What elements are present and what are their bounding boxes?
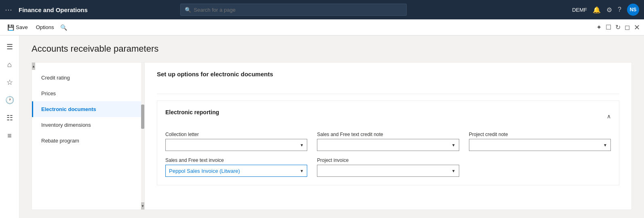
- nav-item-credit-rating[interactable]: Credit rating: [32, 70, 144, 86]
- page-title: Accounts receivable parameters: [32, 44, 632, 54]
- toolbar-right: ✦ ☐ ↻ ◻ ✕: [596, 23, 640, 32]
- environment-label: DEMF: [572, 7, 587, 13]
- rail-home-icon[interactable]: ⌂: [2, 57, 17, 72]
- section-header: Set up options for electronic documents: [157, 71, 619, 86]
- rail-recent-icon[interactable]: 🕐: [2, 93, 17, 107]
- rail-favorites-icon[interactable]: ☆: [2, 75, 17, 90]
- form-group-sales-invoice: Sales and Free text invoice Peppol Sales…: [165, 157, 307, 177]
- project-invoice-label: Project invoice: [317, 157, 459, 163]
- reporting-section-header: Electronic reporting ∧: [165, 109, 611, 124]
- search-bar[interactable]: 🔍: [180, 4, 407, 16]
- sales-invoice-value: Peppol Sales Invoice (Litware): [169, 168, 298, 174]
- rail-modules-icon[interactable]: ≡: [2, 128, 17, 143]
- options-button[interactable]: Options: [33, 23, 57, 32]
- sales-credit-note-label: Sales and Free text credit note: [317, 132, 459, 137]
- grid-icon[interactable]: ⋯: [5, 5, 12, 14]
- open-new-icon[interactable]: ☐: [606, 23, 611, 31]
- scroll-track: [141, 63, 144, 202]
- nav-item-inventory-dimensions[interactable]: Inventory dimensions: [32, 117, 144, 133]
- sales-invoice-select[interactable]: Peppol Sales Invoice (Litware) ▼: [165, 165, 307, 177]
- search-icon: 🔍: [185, 7, 191, 13]
- nav-item-rebate-program[interactable]: Rebate program: [32, 133, 144, 149]
- save-icon: 💾: [7, 24, 14, 31]
- avatar[interactable]: NS: [627, 4, 639, 16]
- collection-letter-label: Collection letter: [165, 132, 307, 137]
- top-navigation: ⋯ Finance and Operations 🔍 DEMF 🔔 ⚙ ? NS: [0, 0, 644, 19]
- help-icon[interactable]: ?: [618, 6, 621, 13]
- main-layout: ☰ ⌂ ☆ 🕐 ☷ ≡ Accounts receivable paramete…: [0, 36, 644, 218]
- form-grid: Collection letter ▼ Sales and Free text …: [165, 132, 611, 177]
- toolbar-search-icon[interactable]: 🔍: [60, 24, 67, 31]
- app-title: Finance and Operations: [19, 6, 88, 13]
- reporting-section: Electronic reporting ∧ Collection letter…: [157, 101, 619, 185]
- save-label: Save: [16, 24, 28, 30]
- refresh-icon[interactable]: ↻: [615, 23, 621, 31]
- left-nav-panel: ▲ Credit rating Prices Electronic docume…: [32, 62, 145, 210]
- section-divider: [157, 94, 619, 94]
- project-credit-note-chevron-icon: ▼: [603, 143, 607, 147]
- sales-invoice-chevron-icon: ▼: [300, 169, 304, 173]
- personalize-icon[interactable]: ✦: [596, 23, 602, 31]
- save-button[interactable]: 💾 Save: [4, 23, 31, 32]
- sales-invoice-label: Sales and Free text invoice: [165, 157, 307, 163]
- project-credit-note-label: Project credit note: [469, 132, 611, 137]
- nav-item-electronic-documents[interactable]: Electronic documents: [32, 101, 144, 117]
- section-heading: Set up options for electronic documents: [157, 71, 273, 78]
- sales-credit-note-chevron-icon: ▼: [452, 143, 456, 147]
- scroll-up-arrow[interactable]: ▲: [32, 63, 35, 70]
- search-input[interactable]: [194, 7, 402, 13]
- scroll-down-arrow[interactable]: ▼: [141, 202, 144, 210]
- project-credit-note-select[interactable]: ▼: [469, 139, 611, 151]
- top-nav-right: DEMF 🔔 ⚙ ? NS: [572, 4, 639, 16]
- popout-icon[interactable]: ◻: [625, 23, 630, 31]
- page-content: Accounts receivable parameters ▲ Credit …: [19, 36, 644, 218]
- project-invoice-select[interactable]: ▼: [317, 165, 459, 177]
- toolbar: 💾 Save Options 🔍 ✦ ☐ ↻ ◻ ✕: [0, 19, 644, 36]
- form-group-collection-letter: Collection letter ▼: [165, 132, 307, 151]
- section-collapse-button[interactable]: ∧: [607, 113, 611, 119]
- options-label: Options: [36, 24, 54, 30]
- nav-item-prices[interactable]: Prices: [32, 86, 144, 101]
- form-group-project-invoice: Project invoice ▼: [317, 157, 459, 177]
- collection-letter-chevron-icon: ▼: [300, 143, 304, 147]
- collection-letter-select[interactable]: ▼: [165, 139, 307, 151]
- form-group-project-credit-note: Project credit note ▼: [469, 132, 611, 151]
- detail-panel: Set up options for electronic documents …: [145, 62, 632, 210]
- settings-icon[interactable]: ⚙: [606, 6, 612, 14]
- reporting-section-title: Electronic reporting: [165, 109, 219, 115]
- rail-workspaces-icon[interactable]: ☷: [2, 111, 17, 125]
- sales-credit-note-select[interactable]: ▼: [317, 139, 459, 151]
- close-icon[interactable]: ✕: [634, 23, 640, 32]
- content-body: ▲ Credit rating Prices Electronic docume…: [32, 62, 632, 210]
- left-nav-scrollbar: ▼: [141, 63, 144, 210]
- form-group-sales-credit-note: Sales and Free text credit note ▼: [317, 132, 459, 151]
- icon-rail: ☰ ⌂ ☆ 🕐 ☷ ≡: [0, 36, 19, 218]
- project-invoice-chevron-icon: ▼: [452, 169, 456, 173]
- scroll-thumb[interactable]: [141, 105, 144, 129]
- notification-icon[interactable]: 🔔: [593, 6, 601, 14]
- rail-menu-icon[interactable]: ☰: [2, 40, 17, 54]
